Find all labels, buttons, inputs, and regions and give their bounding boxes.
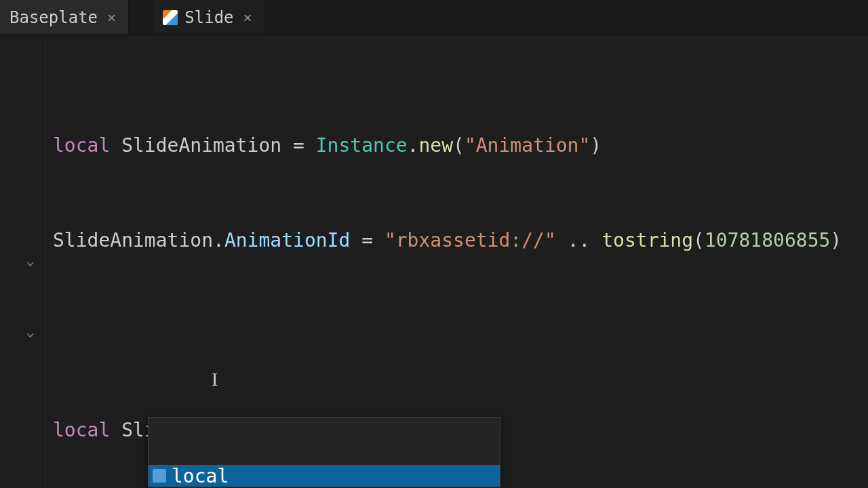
- autocomplete-item-local[interactable]: local: [149, 465, 500, 487]
- autocomplete-popup: local loadstring: [148, 417, 500, 488]
- fold-chevron-icon[interactable]: ⌄: [26, 325, 35, 339]
- tab-slide[interactable]: Slide ×: [153, 0, 265, 35]
- script-icon: [163, 10, 178, 25]
- code-line[interactable]: SlideAnimation.AnimationId = "rbxassetid…: [53, 228, 868, 252]
- close-icon[interactable]: ×: [241, 9, 255, 26]
- tab-label: Slide: [184, 8, 233, 27]
- secondary-cursor-icon: I: [212, 367, 218, 391]
- code-area[interactable]: local SlideAnimation = Instance.new("Ani…: [46, 35, 868, 488]
- fold-chevron-icon[interactable]: ⌄: [26, 254, 35, 268]
- tab-bar: Baseplate × Slide ×: [0, 0, 868, 35]
- autocomplete-label: local: [172, 464, 229, 488]
- close-icon[interactable]: ×: [104, 9, 119, 26]
- gutter[interactable]: ⌄ ⌄: [0, 35, 46, 488]
- tab-label: Baseplate: [9, 8, 98, 27]
- keyword-icon: [153, 469, 166, 483]
- code-line[interactable]: local SlideAnimation = Instance.new("Ani…: [53, 134, 868, 157]
- editor: ⌄ ⌄ local SlideAnimation = Instance.new(…: [0, 35, 868, 488]
- tab-baseplate[interactable]: Baseplate ×: [0, 0, 129, 35]
